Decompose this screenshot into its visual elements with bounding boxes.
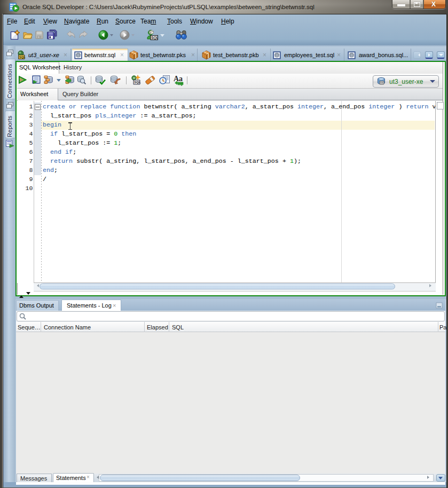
- svg-text:SQL: SQL: [19, 56, 26, 59]
- svg-text:SQL: SQL: [151, 36, 158, 40]
- svg-text:SQL: SQL: [134, 81, 141, 84]
